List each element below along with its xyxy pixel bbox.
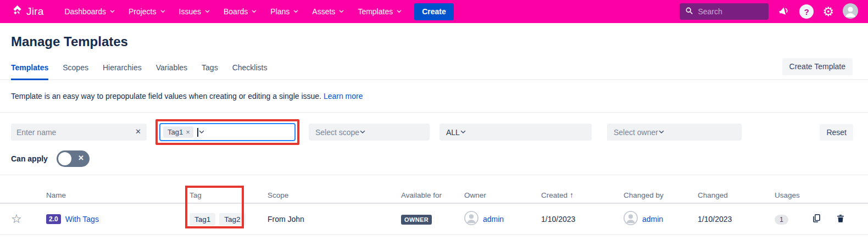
jira-logo-icon [11,4,23,19]
tab-scopes[interactable]: Scopes [63,63,88,80]
tab-variables[interactable]: Variables [156,63,187,80]
divider [0,112,868,113]
name-filter-input[interactable] [11,124,147,141]
gear-icon: ⚙ [822,5,834,18]
row-actions [810,213,857,225]
menu-label: Assets [312,7,335,16]
help-icon: ? [799,4,814,19]
owner-link[interactable]: admin [483,215,504,224]
avatar-icon [843,3,858,20]
tabs: Templates Scopes Hierarchies Variables T… [11,58,267,79]
owner-filter-placeholder: Select owner [614,128,658,137]
menu-label: Boards [224,7,248,16]
table-header-row: Name Tag Scope Available for Owner Creat… [0,187,868,204]
menu-item-assets[interactable]: Assets [305,0,351,23]
avatar-icon [624,211,638,227]
menu-item-boards[interactable]: Boards [217,0,264,23]
copy-icon [811,213,822,225]
menu-label: Issues [179,7,201,16]
selected-tag-chip: Tag1 × [163,126,193,138]
top-nav: Jira Dashboards Projects Issues Boards P… [0,0,868,23]
column-header-usages[interactable]: Usages [775,191,810,199]
help-button[interactable]: ? [799,4,814,19]
usages-badge: 1 [775,215,788,225]
usages-cell: 1 [775,214,810,225]
toggle-x-icon: ✕ [78,154,84,162]
trash-icon [836,214,845,225]
created-date: 1/10/2023 [541,215,624,224]
learn-more-link[interactable]: Learn more [324,92,363,101]
menu-item-templates[interactable]: Templates [351,0,409,23]
changed-date: 1/10/2023 [698,215,775,224]
tabs-row: Templates Scopes Hierarchies Variables T… [0,58,868,80]
column-header-owner[interactable]: Owner [464,191,541,199]
clear-icon[interactable]: ✕ [135,127,141,136]
template-name-link[interactable]: With Tags [65,215,99,224]
tag-chip: Tag2 [219,213,245,226]
table-row: ☆ 2.0 With Tags Tag1 Tag2 From John OWNE… [0,204,868,235]
reset-button[interactable]: Reset [820,124,853,141]
column-header-changed-by[interactable]: Changed by [624,191,698,199]
available-for-cell: OWNER [401,214,464,225]
chevron-down-icon [396,7,402,16]
filter-bar: ✕ Tag1 × Select scope ALL [0,119,868,145]
tag-chip: Tag1 [190,213,215,226]
chevron-down-icon [198,127,205,137]
delete-button[interactable] [836,214,845,225]
description-row: Template is an easy way to prepopulate f… [11,92,868,101]
create-button[interactable]: Create [414,3,454,20]
templates-table: Name Tag Scope Available for Owner Creat… [0,175,868,235]
scope-filter-select[interactable]: Select scope [309,124,430,141]
menu-item-projects[interactable]: Projects [122,0,173,23]
column-header-created[interactable]: Created ↑ [541,191,624,199]
favorite-star-icon[interactable]: ☆ [11,212,22,226]
chevron-down-icon [160,7,166,16]
profile-button[interactable] [843,3,858,20]
version-badge: 2.0 [46,214,61,224]
column-header-available-for[interactable]: Available for [401,191,464,199]
column-header-changed[interactable]: Changed [698,191,775,199]
announcements-button[interactable] [777,4,791,19]
type-filter-select[interactable]: ALL [439,124,592,141]
menu-item-dashboards[interactable]: Dashboards [58,0,122,23]
tag-chip-label: Tag1 [168,128,183,136]
chevron-down-icon [359,128,366,137]
menu-item-issues[interactable]: Issues [173,0,217,23]
type-filter-value: ALL [446,128,460,137]
sort-ascending-icon: ↑ [570,191,574,199]
chevron-down-icon [658,128,665,137]
remove-tag-icon[interactable]: × [186,128,190,136]
can-apply-row: Can apply ✕ [11,150,868,167]
column-header-scope[interactable]: Scope [268,191,401,199]
jira-logo[interactable]: Jira [11,4,43,19]
avatar-icon [464,211,478,227]
created-header-label: Created [541,191,567,199]
owner-badge: OWNER [401,215,432,225]
annotation-highlight-tag-filter: Tag1 × [155,119,299,145]
column-header-tag[interactable]: Tag [190,191,268,199]
chevron-down-icon [293,7,299,16]
tag-filter-select[interactable]: Tag1 × [159,123,296,141]
settings-button[interactable]: ⚙ [822,5,834,18]
search-input[interactable] [698,7,758,16]
chevron-down-icon [251,7,257,16]
search-icon [685,7,693,17]
copy-button[interactable] [811,213,822,225]
changed-by-link[interactable]: admin [642,215,663,224]
tab-templates[interactable]: Templates [11,63,48,80]
global-search[interactable] [680,3,769,20]
column-header-name[interactable]: Name [46,191,190,199]
tab-hierarchies[interactable]: Hierarchies [103,63,142,80]
create-template-button[interactable]: Create Template [782,58,853,75]
tab-tags[interactable]: Tags [202,63,218,80]
template-tags-cell: Tag1 Tag2 [190,213,268,226]
owner-filter-select[interactable]: Select owner [607,124,742,141]
changed-by-cell: admin [624,211,698,227]
tab-checklists[interactable]: Checklists [232,63,268,80]
chevron-down-icon [204,7,210,16]
can-apply-toggle[interactable]: ✕ [57,150,90,167]
megaphone-icon [777,4,791,19]
name-filter: ✕ [11,124,147,141]
menu-label: Plans [270,7,290,16]
menu-item-plans[interactable]: Plans [264,0,305,23]
